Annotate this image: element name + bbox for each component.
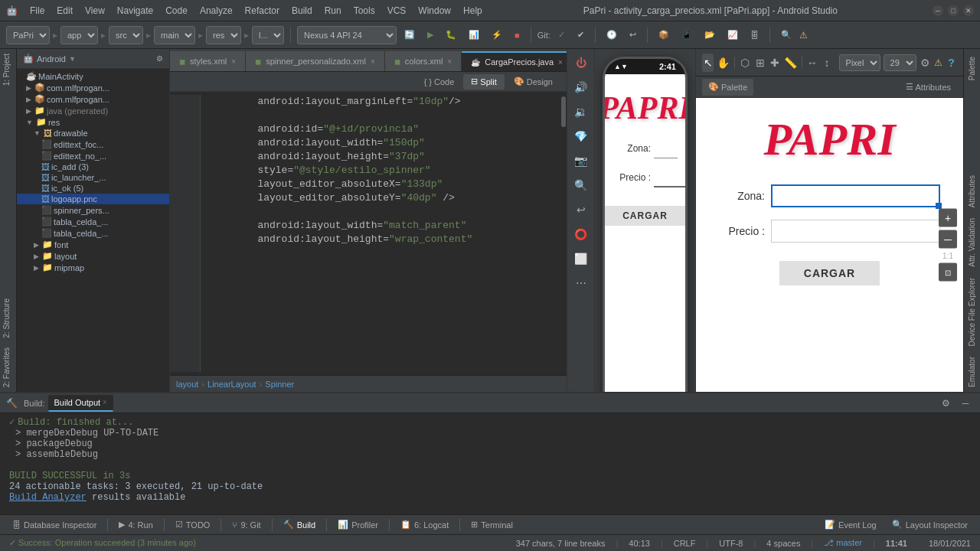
btt-logcat[interactable]: 📋 6: Logcat: [394, 517, 455, 533]
select-tool-button[interactable]: ↖: [702, 54, 714, 72]
main-selector[interactable]: main: [154, 26, 195, 44]
li-settings-button[interactable]: ⚙: [920, 54, 931, 72]
breadcrumb-spinner[interactable]: Spinner: [265, 380, 294, 389]
tab-colors-xml[interactable]: ◼ colors.xml ×: [385, 51, 462, 71]
menu-vcs[interactable]: VCS: [381, 4, 413, 18]
undo-button[interactable]: ↩: [625, 25, 641, 45]
back-nav-button[interactable]: ↩: [570, 199, 592, 220]
tree-item-edittext-foc[interactable]: ⬛ edittext_foc...: [17, 139, 169, 150]
tree-item-ic-launcher[interactable]: 🖼 ic_launcher_...: [17, 172, 169, 183]
build-settings-button[interactable]: ⚙: [937, 395, 954, 412]
status-branch[interactable]: ⎇ master: [824, 538, 862, 548]
tree-item-tabla-celda-1[interactable]: ⬛ tabla_celda_...: [17, 216, 169, 227]
circle-button[interactable]: ⭕: [570, 223, 592, 245]
view-tab-code[interactable]: { } Code: [416, 74, 462, 90]
show-borders-button[interactable]: ⊞: [754, 54, 766, 72]
menu-code[interactable]: Code: [159, 4, 194, 18]
project-selector[interactable]: PaPri: [6, 26, 50, 44]
build-output-area[interactable]: ✓ Build: finished at... > mergeDexDebug …: [0, 413, 980, 514]
module-selector[interactable]: app: [60, 26, 98, 44]
avd-manager-button[interactable]: 📱: [677, 25, 697, 45]
tab-close-icon[interactable]: ×: [447, 57, 452, 66]
ruler-button[interactable]: 📏: [784, 54, 797, 72]
sidebar-tab-project[interactable]: 1: Project: [0, 49, 16, 90]
vertical-scrollbar[interactable]: [560, 95, 567, 372]
menu-run[interactable]: Run: [318, 4, 348, 18]
maximize-button[interactable]: □: [948, 5, 959, 16]
tree-item-package1[interactable]: ▶ 📦 com.mlfprogan...: [17, 82, 169, 93]
menu-analyze[interactable]: Analyze: [194, 4, 239, 18]
apply-changes-button[interactable]: ⚡: [487, 25, 507, 45]
breadcrumb-layout[interactable]: layout: [176, 380, 198, 389]
tab-close-icon[interactable]: ×: [371, 57, 375, 66]
li-zoom-minus-button[interactable]: ─: [939, 230, 957, 249]
menu-tools[interactable]: Tools: [348, 4, 381, 18]
sidebar-tab-favorites[interactable]: 2: Favorites: [0, 343, 16, 392]
src-selector[interactable]: src: [109, 26, 143, 44]
stop-button[interactable]: ■: [510, 25, 524, 45]
tree-item-edittext-no[interactable]: ⬛ edittext_no_...: [17, 150, 169, 161]
profiler-button-2[interactable]: 📈: [723, 25, 743, 45]
sdk-manager-button[interactable]: 📦: [654, 25, 674, 45]
view-tab-split[interactable]: ⊟ Split: [463, 74, 504, 90]
sidebar-tab-structure[interactable]: 2: Structure: [0, 294, 16, 343]
api-selector[interactable]: 29: [884, 54, 916, 71]
btt-database-inspector[interactable]: 🗄 Database Inspector: [6, 517, 103, 533]
android-dropdown[interactable]: 🤖 Android ▼: [23, 54, 76, 64]
sidebar-tab-attributes[interactable]: Attributes: [965, 171, 978, 212]
tab-styles-xml[interactable]: ◼ styles.xml ×: [170, 51, 246, 71]
build-analyzer-link[interactable]: Build Analyzer: [9, 492, 87, 503]
sidebar-tab-palette[interactable]: Palette: [965, 52, 978, 85]
btt-git[interactable]: ⑂ 9: Git: [226, 517, 266, 533]
debug-button[interactable]: 🐛: [441, 25, 461, 45]
zona-spinner[interactable]: [654, 139, 678, 158]
code-editor[interactable]: android:layout_marginLeft="10dp"/> andro…: [170, 92, 567, 375]
history-button[interactable]: 🕐: [602, 25, 622, 45]
menu-refactor[interactable]: Refactor: [239, 4, 286, 18]
tree-item-tabla-celda-2[interactable]: ⬛ tabla_celda_...: [17, 227, 169, 239]
status-encoding[interactable]: UTF-8: [719, 539, 743, 548]
show-hover-button[interactable]: ✚: [769, 54, 780, 72]
screenshot-button[interactable]: 📷: [570, 150, 592, 171]
li-tab-palette[interactable]: 🎨 Palette: [702, 79, 753, 96]
tree-item-font[interactable]: ▶ 📁 font: [17, 239, 169, 250]
btt-build[interactable]: 🔨 Build: [277, 517, 322, 533]
menu-file[interactable]: File: [24, 4, 51, 18]
tab-spinner-xml[interactable]: ◼ spinner_personalizado.xml ×: [246, 51, 385, 71]
status-position[interactable]: 40:13: [629, 539, 650, 548]
volume-down-button[interactable]: 🔉: [570, 101, 592, 122]
li-help-button[interactable]: ?: [946, 54, 957, 72]
sidebar-tab-device-file[interactable]: Device File Explorer: [965, 273, 978, 350]
zoom-button[interactable]: 🔍: [570, 174, 592, 196]
btt-todo[interactable]: ☑ TODO: [169, 517, 217, 533]
status-indent[interactable]: 4 spaces: [766, 539, 800, 548]
precio-input[interactable]: [654, 168, 685, 187]
git-sync-button[interactable]: ✔: [573, 25, 589, 45]
res-selector[interactable]: res: [206, 26, 241, 44]
status-crlf[interactable]: CRLF: [674, 539, 696, 548]
menu-edit[interactable]: Edit: [51, 4, 79, 18]
close-button[interactable]: ✕: [963, 5, 974, 16]
sync-button[interactable]: 🔄: [400, 25, 420, 45]
btt-layout-inspector[interactable]: 🔍 Layout Inspector: [886, 517, 974, 533]
tree-item-ic-add[interactable]: 🖼 ic_add (3): [17, 161, 169, 172]
profile-button[interactable]: 📊: [464, 25, 484, 45]
sidebar-tab-validation[interactable]: Attr. Validation: [965, 214, 978, 272]
btt-event-log[interactable]: 📝 Event Log: [818, 517, 883, 533]
menu-navigate[interactable]: Navigate: [111, 4, 159, 18]
device-selector[interactable]: Nexus 4 API 24: [297, 26, 397, 44]
tree-item-package2[interactable]: ▶ 📦 com.mlfprogan...: [17, 93, 169, 105]
li-zoom-plus-button[interactable]: +: [939, 209, 957, 227]
menu-help[interactable]: Help: [457, 4, 488, 18]
power-button[interactable]: ⏻: [570, 52, 592, 73]
run-button[interactable]: ▶: [423, 25, 438, 45]
wireframe-button[interactable]: ⬡: [740, 54, 751, 72]
tree-item-mipmap[interactable]: ▶ 📁 mipmap: [17, 262, 169, 273]
more-button[interactable]: ⋯: [570, 272, 592, 294]
tree-item-logoapp[interactable]: 🖼 logoapp.pnc: [17, 194, 169, 204]
menu-window[interactable]: Window: [412, 4, 457, 18]
btt-run[interactable]: ▶ 4: Run: [113, 517, 158, 533]
layout-selector[interactable]: l...: [252, 26, 284, 44]
li-tab-attributes[interactable]: ☰ Attributes: [900, 79, 957, 96]
li-cargar-button[interactable]: CARGAR: [779, 261, 880, 285]
